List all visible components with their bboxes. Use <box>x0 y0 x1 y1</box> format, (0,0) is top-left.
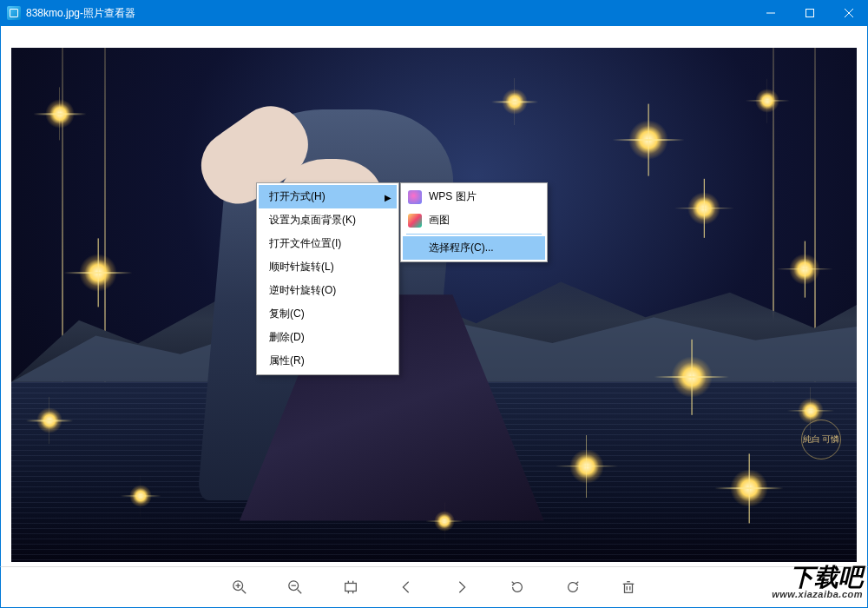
menu-properties[interactable]: 属性(R) <box>259 349 397 373</box>
svg-line-9 <box>298 590 302 594</box>
content-area: 純白 可憐 打开方式(H) ▶ 设置为桌面背景(K) 打开文件位置(I) 顺时针… <box>0 26 868 566</box>
menu-open-location[interactable]: 打开文件位置(I) <box>259 232 397 255</box>
menu-rotate-ccw[interactable]: 逆时针旋转(O) <box>259 279 397 302</box>
menu-rotate-cw[interactable]: 顺时针旋转(L) <box>259 255 397 279</box>
fit-screen-button[interactable] <box>340 577 361 598</box>
minimize-button[interactable] <box>751 0 790 26</box>
submenu-paint[interactable]: 画图 <box>403 208 545 232</box>
rotate-ccw-button[interactable] <box>507 577 528 598</box>
svg-rect-11 <box>345 584 357 591</box>
image-watermark: 純白 可憐 <box>801 420 841 459</box>
submenu-separator <box>406 234 542 235</box>
menu-item-label: 打开方式(H) <box>269 190 326 202</box>
open-with-submenu[interactable]: WPS 图片 画图 选择程序(C)... <box>400 182 548 262</box>
rotate-cw-button[interactable] <box>562 577 583 598</box>
svg-rect-16 <box>625 584 633 592</box>
submenu-arrow-icon: ▶ <box>385 192 391 202</box>
submenu-choose-program[interactable]: 选择程序(C)... <box>403 236 545 260</box>
maximize-button[interactable] <box>790 0 829 26</box>
svg-rect-1 <box>806 10 813 17</box>
window-title-filename: 838kmo.jpg <box>26 7 80 19</box>
menu-set-wallpaper[interactable]: 设置为桌面背景(K) <box>259 208 397 232</box>
paint-icon <box>408 214 422 228</box>
bottom-toolbar <box>0 566 868 608</box>
zoom-in-button[interactable] <box>229 577 250 598</box>
menu-copy[interactable]: 复制(C) <box>259 302 397 326</box>
context-menu[interactable]: 打开方式(H) ▶ 设置为桌面背景(K) 打开文件位置(I) 顺时针旋转(L) … <box>256 182 399 375</box>
submenu-wps-image[interactable]: WPS 图片 <box>403 185 545 208</box>
image-canvas[interactable]: 純白 可憐 <box>11 48 857 562</box>
delete-button[interactable] <box>618 577 639 598</box>
wps-icon <box>408 190 422 204</box>
window-title-appname: 照片查看器 <box>83 6 135 21</box>
next-button[interactable] <box>451 577 472 598</box>
menu-delete[interactable]: 删除(D) <box>259 326 397 349</box>
zoom-out-button[interactable] <box>285 577 306 598</box>
titlebar: 838kmo.jpg - 照片查看器 <box>0 0 868 26</box>
app-icon <box>7 6 21 20</box>
previous-button[interactable] <box>396 577 417 598</box>
svg-line-5 <box>242 590 247 594</box>
close-button[interactable] <box>829 0 868 26</box>
menu-open-with[interactable]: 打开方式(H) ▶ <box>259 185 397 208</box>
